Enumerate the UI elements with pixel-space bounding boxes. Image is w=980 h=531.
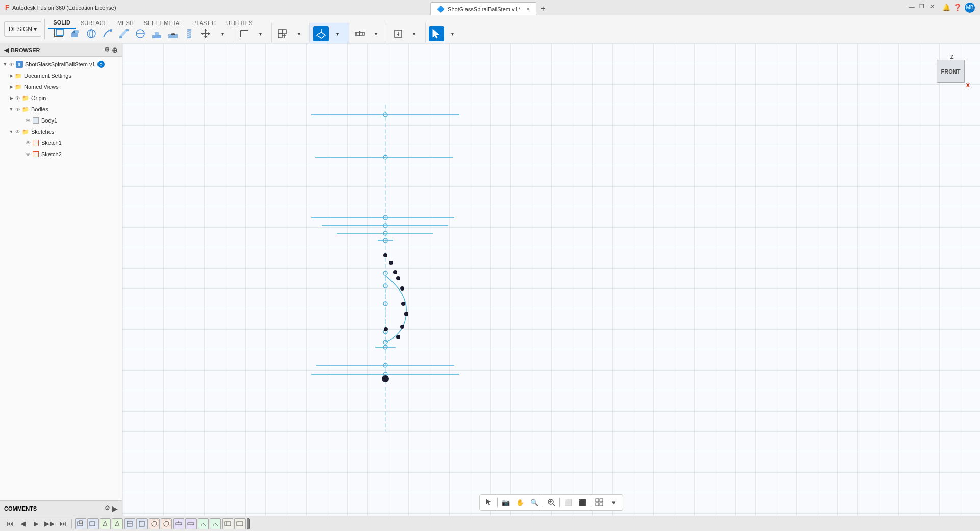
sketch2-eye[interactable]: 👁 [24,151,32,158]
insert-more-btn[interactable]: ▾ [407,26,422,41]
canvas-tool-render[interactable]: ⬛ [576,496,589,509]
bodies-arrow[interactable]: ▼ [8,106,14,112]
canvas[interactable]: Z FRONT X [122,43,980,516]
notifications-icon[interactable]: 🔔 [942,4,950,12]
tree-item-doc-settings[interactable]: ▶ 📁 Document Settings [0,70,122,81]
svg-rect-91 [139,521,144,526]
tree-item-root[interactable]: ▼ 👁 S ShotGlassSpiralBallStem v1 ⚙ [0,59,122,70]
svg-marker-30 [317,32,325,38]
timeline-step-1[interactable] [75,518,86,529]
canvas-tool-cursor[interactable] [483,496,495,509]
canvas-tool-display[interactable]: ⬜ [562,496,574,509]
root-eye[interactable]: 👁 [8,61,15,68]
canvas-tool-pan[interactable]: ✋ [514,496,526,509]
tree-item-body1[interactable]: ▶ 👁 Body1 [0,115,122,126]
doc-settings-arrow[interactable]: ▶ [8,73,14,79]
origin-arrow[interactable]: ▶ [8,95,14,101]
timeline-step-12[interactable] [210,518,221,529]
canvas-tool-grid[interactable] [593,496,605,509]
svg-rect-80 [596,499,599,502]
extrude-btn[interactable] [67,26,83,41]
comments-settings-icon[interactable]: ⚙ [105,504,110,513]
browser-collapse-btn[interactable]: ◀ [4,46,9,54]
fillet-btn[interactable] [236,26,252,41]
timeline-end-marker[interactable] [247,518,250,529]
help-icon[interactable]: ❓ [953,4,962,12]
rib-btn[interactable] [133,26,148,41]
construct-plane-btn[interactable] [313,26,329,41]
thread-btn[interactable] [182,26,197,41]
doc-tab-close[interactable]: × [526,6,530,13]
timeline-step-8[interactable] [161,518,172,529]
browser-expand-icon[interactable]: ⊕ [112,46,118,54]
tree-item-sketch2[interactable]: ▶ 👁 Sketch2 [0,149,122,160]
named-views-arrow[interactable]: ▶ [8,84,14,90]
inspect-measure-btn[interactable] [352,26,368,41]
sketch1-eye[interactable]: 👁 [24,139,32,147]
bodies-label: Bodies [31,106,48,112]
add-tab-btn[interactable]: + [536,2,550,15]
browser-settings-icon[interactable]: ⚙ [104,46,110,54]
svg-point-67 [384,327,388,331]
timeline-step-13[interactable] [222,518,233,529]
sweep-btn[interactable] [100,26,115,41]
sketches-arrow[interactable]: ▼ [8,129,14,135]
timeline-prev-btn[interactable]: ◀ [17,518,29,529]
body1-eye[interactable]: 👁 [24,117,32,124]
timeline-step-10[interactable] [185,518,197,529]
tree-item-named-views[interactable]: ▶ 📁 Named Views [0,81,122,92]
insert-btn[interactable] [390,26,406,41]
svg-point-17 [171,33,175,35]
canvas-tool-more[interactable]: ▾ [607,496,620,509]
timeline-step-5[interactable] [124,518,135,529]
svg-point-6 [87,30,95,38]
timeline-step-3[interactable] [100,518,111,529]
create-more-btn[interactable]: ▾ [214,26,230,41]
root-arrow[interactable]: ▼ [2,61,8,67]
timeline-step-9[interactable] [173,518,184,529]
timeline-step-4[interactable] [112,518,123,529]
tree-item-sketch1[interactable]: ▶ 👁 Sketch1 [0,137,122,149]
origin-eye[interactable]: 👁 [14,94,21,102]
tree-item-origin[interactable]: ▶ 👁 📁 Origin [0,92,122,104]
comments-panel: COMMENTS ⚙ ▶ [0,500,122,516]
canvas-tool-camera[interactable]: 📷 [500,496,512,509]
timeline-step-11[interactable] [198,518,209,529]
timeline-step-2[interactable] [87,518,99,529]
canvas-tool-zoom[interactable]: 🔍 [528,496,541,509]
sketches-eye[interactable]: 👁 [14,128,21,135]
loft-btn[interactable] [116,26,132,41]
timeline-step-7[interactable] [149,518,160,529]
assemble-more-btn[interactable]: ▾ [291,26,306,41]
select-btn[interactable] [429,26,444,41]
doc-tab-label: ShotGlassSpiralBallStem v1* [448,6,520,12]
modify-more-btn[interactable]: ▾ [253,26,268,41]
revolve-btn[interactable] [84,26,99,41]
design-mode-btn[interactable]: DESIGN ▾ [4,21,41,37]
comments-expand-icon[interactable]: ▶ [112,504,118,513]
timeline-play-btn[interactable]: ▶ [31,518,42,529]
timeline-end-btn[interactable]: ⏭ [57,518,68,529]
move-copy-btn[interactable] [198,26,213,41]
close-btn[interactable]: ✕ [928,3,936,11]
canvas-tool-zoom2[interactable] [545,496,557,509]
maximize-btn[interactable]: ❐ [918,3,926,11]
inspect-more-btn[interactable]: ▾ [369,26,384,41]
emboss-btn[interactable] [149,26,164,41]
timeline-next-btn[interactable]: ▶▶ [44,518,55,529]
bodies-eye[interactable]: 👁 [14,106,21,113]
tree-item-sketches[interactable]: ▼ 👁 📁 Sketches [0,126,122,137]
hole-btn[interactable] [165,26,181,41]
root-badge[interactable]: ⚙ [97,61,105,68]
create-sketch-btn[interactable] [51,26,66,41]
timeline-step-6[interactable] [136,518,148,529]
user-avatar[interactable]: MB [965,3,975,13]
tree-item-bodies[interactable]: ▼ 👁 📁 Bodies [0,104,122,115]
document-tab[interactable]: 🔷 ShotGlassSpiralBallStem v1* × [430,2,536,15]
timeline-step-14[interactable] [234,518,246,529]
minimize-btn[interactable]: — [908,3,916,11]
construct-more-btn[interactable]: ▾ [330,26,345,41]
new-component-btn[interactable] [275,26,290,41]
timeline-start-btn[interactable]: ⏮ [4,518,15,529]
select-more-btn[interactable]: ▾ [445,26,460,41]
